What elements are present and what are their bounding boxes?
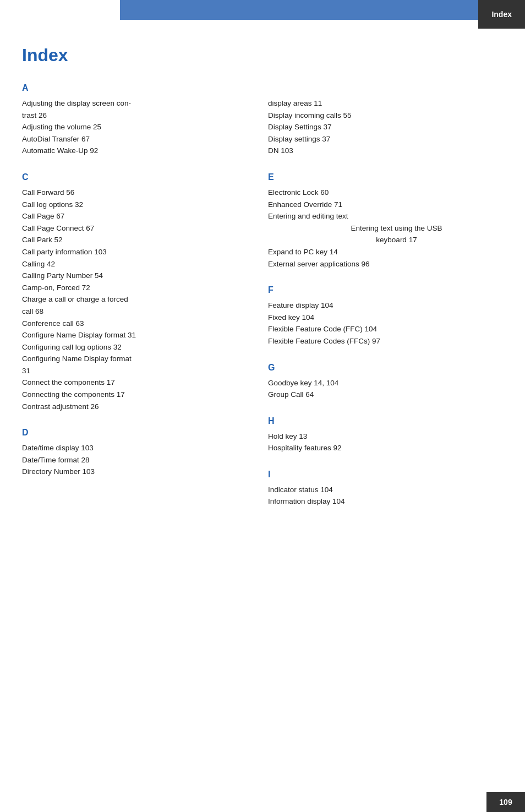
section-d-cont: D display areas 11 Display incoming call… bbox=[268, 83, 503, 157]
list-item: Adjusting the display screen con-trast 2… bbox=[22, 97, 246, 121]
list-item: Adjusting the volume 25 bbox=[22, 121, 246, 133]
list-item: Entering text using the USBkeyboard 17 bbox=[268, 222, 503, 246]
list-item: Date/time display 103 bbox=[22, 442, 246, 454]
section-letter-g: G bbox=[268, 363, 503, 373]
section-g: G Goodbye key 14, 104 Group Call 64 bbox=[268, 363, 503, 401]
list-item: Feature display 104 bbox=[268, 299, 503, 312]
list-item: Display incoming calls 55 bbox=[268, 110, 503, 122]
list-item: Call party information 103 bbox=[22, 246, 246, 258]
list-item: Configure Name Display format 31 bbox=[22, 329, 246, 341]
list-item: Conference call 63 bbox=[22, 318, 246, 330]
section-letter-a: A bbox=[22, 83, 246, 93]
list-item: Call Page 67 bbox=[22, 210, 246, 222]
list-item: Automatic Wake-Up 92 bbox=[22, 145, 246, 157]
list-item: Enhanced Override 71 bbox=[268, 199, 503, 211]
list-item: Display settings 37 bbox=[268, 133, 503, 145]
right-column: D display areas 11 Display incoming call… bbox=[262, 83, 503, 523]
list-item: Charge a call or charge a forcedcall 68 bbox=[22, 293, 246, 317]
header-index-label: Index bbox=[478, 0, 525, 29]
list-item: Hospitality features 92 bbox=[268, 442, 503, 454]
list-item: AutoDial Transfer 67 bbox=[22, 133, 246, 145]
list-item: Entering and editing text bbox=[268, 210, 503, 222]
list-item: DN 103 bbox=[268, 145, 503, 157]
section-i: I Indicator status 104 Information displ… bbox=[268, 470, 503, 508]
section-letter-c: C bbox=[22, 172, 246, 182]
list-item: Goodbye key 14, 104 bbox=[268, 377, 503, 389]
list-item: Indicator status 104 bbox=[268, 484, 503, 496]
list-item: Information display 104 bbox=[268, 495, 503, 508]
list-item: Configuring Name Display format31 bbox=[22, 353, 246, 377]
list-item: Display Settings 37 bbox=[268, 121, 503, 133]
page-number-badge: 109 bbox=[486, 792, 525, 812]
section-d: D Date/time display 103 Date/Time format… bbox=[22, 428, 246, 478]
list-item: Fixed key 104 bbox=[268, 312, 503, 324]
list-item: Calling Party Number 54 bbox=[22, 270, 246, 282]
list-item: External server applications 96 bbox=[268, 258, 503, 270]
list-item: Group Call 64 bbox=[268, 389, 503, 401]
list-item: Electronic Lock 60 bbox=[268, 187, 503, 199]
section-letter-h: H bbox=[268, 416, 503, 426]
section-a: A Adjusting the display screen con-trast… bbox=[22, 83, 246, 157]
list-item: Date/Time format 28 bbox=[22, 454, 246, 466]
section-letter-e: E bbox=[268, 172, 503, 182]
section-letter-d: D bbox=[22, 428, 246, 438]
list-item: Calling 42 bbox=[22, 258, 246, 270]
section-h: H Hold key 13 Hospitality features 92 bbox=[268, 416, 503, 454]
list-item: Contrast adjustment 26 bbox=[22, 401, 246, 413]
list-item: Call Park 52 bbox=[22, 234, 246, 246]
list-item: Connecting the components 17 bbox=[22, 389, 246, 401]
list-item: Hold key 13 bbox=[268, 430, 503, 443]
list-item: Connect the components 17 bbox=[22, 377, 246, 389]
list-item: Directory Number 103 bbox=[22, 466, 246, 478]
list-item: Expand to PC key 14 bbox=[268, 246, 503, 258]
section-letter-i: I bbox=[268, 470, 503, 479]
left-column: A Adjusting the display screen con-trast… bbox=[22, 83, 262, 523]
list-item: Configuring call log options 32 bbox=[22, 341, 246, 353]
list-item: Call Forward 56 bbox=[22, 187, 246, 199]
section-e: E Electronic Lock 60 Enhanced Override 7… bbox=[268, 172, 503, 270]
header-bar: Index bbox=[0, 0, 525, 29]
list-item: display areas 11 bbox=[268, 97, 503, 110]
page-title: Index bbox=[22, 45, 503, 66]
list-item: Call Page Connect 67 bbox=[22, 222, 246, 235]
section-letter-f: F bbox=[268, 285, 503, 295]
section-c: C Call Forward 56 Call log options 32 Ca… bbox=[22, 172, 246, 412]
header-accent bbox=[120, 0, 525, 20]
list-item: Flexible Feature Code (FFC) 104 bbox=[268, 323, 503, 335]
list-item: Flexible Feature Codes (FFCs) 97 bbox=[268, 335, 503, 347]
section-f: F Feature display 104 Fixed key 104 Flex… bbox=[268, 285, 503, 347]
list-item: Call log options 32 bbox=[22, 199, 246, 211]
list-item: Camp-on, Forced 72 bbox=[22, 282, 246, 294]
